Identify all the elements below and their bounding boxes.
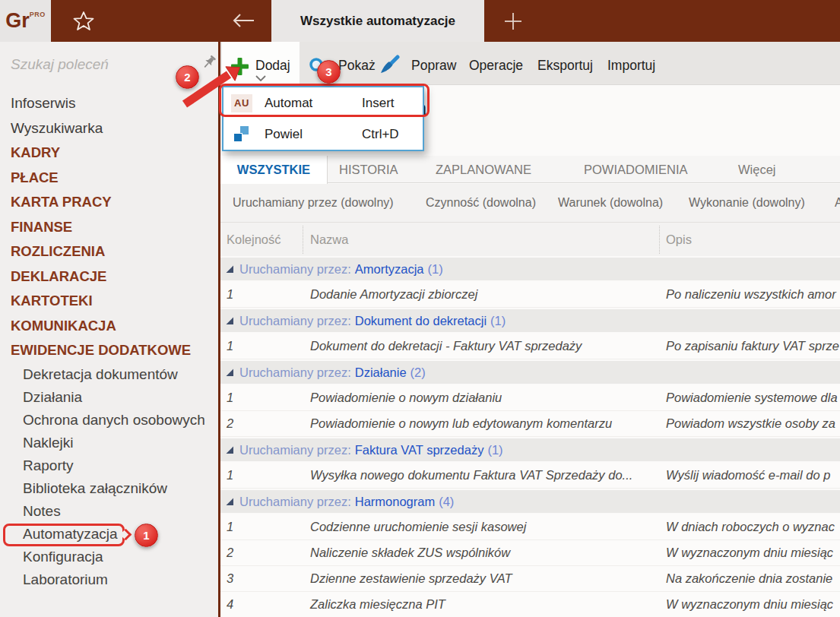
menu-item-automat[interactable]: AU Automat Insert [223,87,423,119]
sidebar-item-dzialania[interactable]: Działania [0,386,216,409]
table-row[interactable]: 1 Dodanie Amortyzacji zbiorczej Po nalic… [220,282,840,308]
tab-wszystkie[interactable]: WSZYSTKIE [220,156,328,184]
group-collapse-icon[interactable] [226,446,234,454]
sidebar-nav: Infoserwis Wyszukiwarka KADRY PŁACE KART… [0,91,216,591]
annotation-step-2-badge: 2 [176,65,199,89]
table-row[interactable]: 2 Powiadomienie o nowym lub edytowanym k… [220,411,840,437]
sidebar-item-wyszukiwarka[interactable]: Wyszukiwarka [0,116,216,141]
table-row[interactable]: 1 Dokument do dekretacji - Faktury VAT s… [220,334,840,359]
sidebar-item-ochrona-danych-osobowych[interactable]: Ochrona danych osobowych [0,409,216,432]
sidebar-item-kartoteki[interactable]: KARTOTEKI [0,289,216,314]
column-separator [303,226,303,254]
tab-zaplanowane[interactable]: ZAPLANOWANE [436,156,531,183]
filter-czynnosc[interactable]: Czynność (dowolna) [426,196,536,210]
tab-wiecej[interactable]: Więcej [738,156,776,183]
column-header-opis[interactable]: Opis [666,233,692,247]
table-row[interactable]: 1 Powiadomienie o nowym działaniu Powiad… [220,385,840,411]
sidebar-item-rozliczenia[interactable]: ROZLICZENIA [0,239,216,264]
sidebar-item-komunikacja[interactable]: KOMUNIKACJA [0,314,216,339]
add-button-label: Dodaj [255,58,290,74]
window-tab[interactable]: Wszystkie automatyzacje [271,0,484,42]
group-row[interactable]: Uruchamiany przez: Harmonogram (4) [220,489,840,514]
tab-historia[interactable]: HISTORIA [339,156,398,183]
group-row[interactable]: Uruchamiany przez: Dokument do dekretacj… [220,308,840,334]
group-collapse-icon[interactable] [226,498,234,506]
annotation-step-3-badge: 3 [317,60,341,84]
group-row[interactable]: Uruchamiany przez: Działanie (2) [220,359,840,385]
import-button[interactable]: Importuj [607,58,655,74]
sidebar-item-place[interactable]: PŁACE [0,166,216,191]
sidebar-item-naklejki[interactable]: Naklejki [0,432,216,454]
sidebar-item-raporty[interactable]: Raporty [0,454,216,477]
logo-text: GrPRO [5,11,46,31]
filter-wykonanie[interactable]: Wykonanie (dowolny) [689,196,805,210]
sidebar-item-dekretacja-dokumentow[interactable]: Dekretacja dokumentów [0,363,216,386]
filter-truncated[interactable]: A [835,196,840,210]
column-separator [659,226,660,254]
export-button[interactable]: Eksportuj [537,58,593,74]
table-row[interactable]: 2 Naliczenie składek ZUS wspólników W wy… [220,540,840,566]
filter-uruchamiany-przez[interactable]: Uruchamiany przez (dowolny) [233,196,394,210]
filter-bar: Uruchamiany przez (dowolny) Czynność (do… [220,184,840,222]
sidebar-item-karta-pracy[interactable]: KARTA PRACY [0,190,216,215]
sidebar-item-automatyzacja[interactable]: Automatyzacja [0,523,216,546]
group-collapse-icon[interactable] [226,265,234,274]
table-header: Kolejność Nazwa Opis [220,222,840,256]
tab-powiadomienia[interactable]: POWIADOMIENIA [584,156,688,183]
table-row[interactable]: 3 Dzienne zestawienie sprzedaży VAT Na z… [220,566,840,592]
group-row[interactable]: Uruchamiany przez: Faktura VAT sprzedaży… [220,437,840,463]
column-header-nazwa[interactable]: Nazwa [310,233,348,247]
sidebar-item-laboratorium[interactable]: Laboratorium [0,568,216,591]
title-bar: Wszystkie automatyzacje [51,0,840,42]
new-tab-plus-icon[interactable] [504,12,522,30]
sidebar: Infoserwis Wyszukiwarka KADRY PŁACE KART… [0,42,218,617]
table-row[interactable]: 4 Zaliczka miesięczna PIT W wyznaczonym … [220,592,840,617]
group-collapse-icon[interactable] [226,317,234,325]
table-row[interactable]: 1 Codzienne uruchomienie sesji kasowej W… [220,514,840,540]
menu-item-powiel[interactable]: Powiel Ctrl+D [223,119,423,150]
add-button[interactable]: Dodaj [222,42,300,85]
group-collapse-icon[interactable] [226,369,234,377]
sidebar-item-finanse[interactable]: FINANSE [0,215,216,240]
sidebar-item-deklaracje[interactable]: DEKLARACJE [0,264,216,290]
sidebar-item-ewidencje-dodatkowe[interactable]: EWIDENCJE DODATKOWE [0,338,216,363]
app-window: GrPRO Wszystkie automatyzacje Infose [0,0,840,617]
table-body: Uruchamiany przez: Amortyzacja (1) 1 Dod… [220,256,840,617]
chevron-down-icon [255,75,266,81]
sidebar-item-notes[interactable]: Notes [0,500,216,523]
edit-brush-icon [379,54,400,75]
favorites-star-icon[interactable] [72,10,95,33]
back-arrow-icon[interactable] [230,13,256,28]
content-divider [218,42,220,617]
sidebar-item-biblioteka-zalacznikow[interactable]: Biblioteka załączników [0,477,216,500]
column-header-kolejnosc[interactable]: Kolejność [227,233,281,247]
annotation-step-1-badge: 1 [135,524,158,547]
window-tab-title: Wszystkie automatyzacje [300,14,455,29]
app-logo[interactable]: GrPRO [0,0,51,42]
sidebar-item-kadry[interactable]: KADRY [0,141,216,166]
table-row[interactable]: 1 Wysyłka nowego dokumentu Faktura VAT S… [220,463,840,489]
sidebar-item-infoserwis[interactable]: Infoserwis [0,91,216,116]
logo-pro-badge: PRO [30,11,46,18]
sidebar-item-konfiguracja[interactable]: Konfiguracja [0,546,216,568]
filter-warunek[interactable]: Warunek (dowolna) [558,196,663,210]
add-plus-icon [231,58,249,75]
add-dropdown-menu: AU Automat Insert Powiel Ctrl+D [222,86,424,151]
automat-icon: AU [231,94,252,112]
search-input[interactable] [9,53,180,76]
duplicate-icon [233,126,249,143]
edit-button[interactable]: Popraw [411,58,456,74]
toolbar: Dodaj Pokaż Popraw Operacje Eksportuj Im… [220,42,840,85]
show-button[interactable]: Pokaż [338,58,376,74]
view-tabs: WSZYSTKIE HISTORIA ZAPLANOWANE POWIADOMI… [220,156,840,183]
operations-button[interactable]: Operacje [469,58,523,74]
group-row[interactable]: Uruchamiany przez: Amortyzacja (1) [220,256,840,282]
pin-icon[interactable] [201,54,217,71]
